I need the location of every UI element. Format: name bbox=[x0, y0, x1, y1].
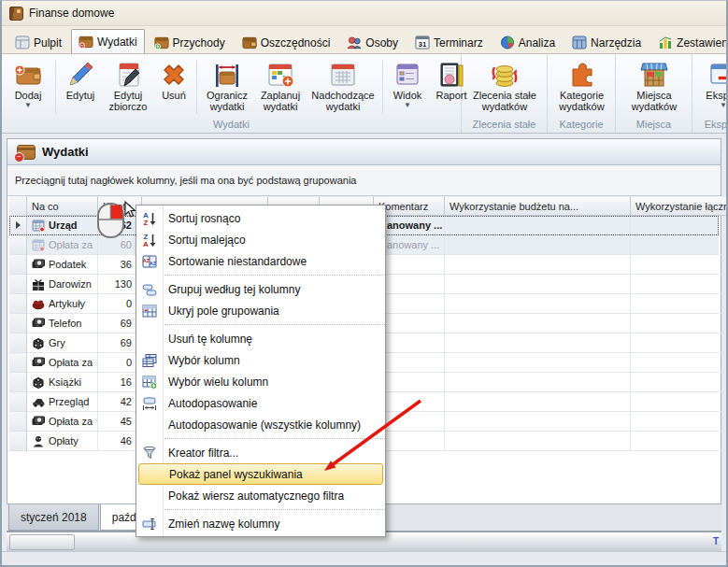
ribbon-group-label: Kategorie bbox=[548, 118, 615, 133]
notepad-pencil-icon bbox=[113, 60, 143, 90]
menu-item-wybór-wielu-kolumn[interactable]: Wybór wielu kolumn bbox=[136, 371, 385, 392]
menu-item-grupuj-według-tej-kolumny[interactable]: Grupuj według tej kolumny bbox=[136, 278, 385, 300]
cell-empty[interactable] bbox=[631, 392, 728, 412]
cell-name[interactable]: Urząd bbox=[27, 216, 98, 235]
cell-empty[interactable] bbox=[631, 314, 728, 333]
calendar31-icon: 31 bbox=[415, 35, 430, 50]
column-header-na-co[interactable]: Na co bbox=[27, 196, 98, 216]
menu-item-ukryj-pole-grupowania[interactable]: Ukryj pole grupowania bbox=[136, 300, 385, 321]
cell-name[interactable]: Telefon bbox=[27, 314, 98, 333]
group-by-panel[interactable]: Przeciągnij tutaj nagłówek kolumny, jeśl… bbox=[7, 165, 721, 196]
cell-empty[interactable] bbox=[631, 412, 728, 432]
cell-name[interactable]: Opłaty bbox=[27, 432, 98, 451]
column-header-wykorzystanie-budżetu-na-[interactable]: Wykorzystanie budżetu na... bbox=[445, 196, 631, 216]
right-click-mouse-icon bbox=[92, 199, 136, 244]
menu-item-label: Zmień nazwę kolumny bbox=[163, 517, 279, 531]
cell-empty[interactable] bbox=[631, 235, 728, 255]
tab-terminarz[interactable]: 31Terminarz bbox=[407, 31, 491, 53]
ribbon-button-kategorie-wydatków[interactable]: Kategorie wydatków bbox=[550, 56, 614, 118]
cell-empty[interactable] bbox=[631, 432, 728, 451]
cell-name[interactable]: Opłata za bbox=[27, 353, 98, 373]
ribbon-button-zaplanuj-wydatki[interactable]: Zaplanuj wydatki bbox=[254, 56, 307, 118]
ribbon-button-miejsca-wydatków[interactable]: Miejsca wydatków bbox=[618, 56, 691, 118]
cell-empty[interactable] bbox=[445, 412, 631, 432]
cell-empty[interactable] bbox=[445, 392, 631, 412]
wallet-limit-icon bbox=[212, 60, 242, 90]
cell-name[interactable]: Gry bbox=[27, 333, 98, 353]
row-indicator bbox=[9, 353, 27, 373]
tab-pulpit[interactable]: Pulpit bbox=[7, 31, 69, 53]
scrollbar-thumb[interactable] bbox=[9, 534, 75, 550]
cell-empty[interactable] bbox=[631, 255, 728, 275]
cell-empty[interactable] bbox=[445, 216, 631, 235]
ribbon-button-edytuj-zbiorczo[interactable]: Edytuj zbiorczo bbox=[102, 56, 154, 118]
ribbon-button-dodaj[interactable]: Dodaj▼ bbox=[4, 56, 52, 118]
cell-name[interactable]: Podatek bbox=[27, 255, 98, 275]
cell-empty[interactable] bbox=[445, 235, 631, 255]
tab-analiza[interactable]: Analiza bbox=[492, 31, 563, 53]
cell-name[interactable]: Przegląd bbox=[27, 392, 98, 412]
ribbon-button-usuń[interactable]: Usuń bbox=[154, 56, 193, 118]
menu-item-autodopasowanie-wszystkie-kolumny[interactable]: Autodopasowanie (wszystkie kolumny) bbox=[136, 414, 385, 435]
menu-item-sortowanie-niestandardowe[interactable]: AZAZSortowanie niestandardowe bbox=[136, 250, 385, 272]
cell-empty[interactable] bbox=[445, 255, 631, 275]
menu-item-usuń-tę-kolumnę[interactable]: Usuń tę kolumnę bbox=[136, 328, 385, 349]
menu-item-pokaż-wiersz-automatycznego-filtra[interactable]: Pokaż wiersz automatycznego filtra bbox=[136, 485, 385, 506]
tab-osoby[interactable]: Osoby bbox=[339, 31, 406, 53]
ribbon-button-eksport[interactable]: Eksport▼ bbox=[694, 56, 726, 118]
cell-empty[interactable] bbox=[445, 432, 631, 451]
cell-name[interactable]: Opłata za bbox=[27, 412, 98, 432]
group-by-hint-text: Przeciągnij tutaj nagłówek kolumny, jeśl… bbox=[15, 175, 356, 186]
tab-label: Oszczędności bbox=[261, 36, 331, 50]
ribbon-button-nadchodzące-wydatki[interactable]: Nadchodzące wydatki bbox=[307, 56, 379, 118]
cell-empty[interactable] bbox=[631, 275, 728, 294]
row-indicator bbox=[9, 333, 27, 353]
menu-item-pokaż-panel-wyszukiwania[interactable]: Pokaż panel wyszukiwania bbox=[138, 463, 383, 485]
ribbon-button-widok[interactable]: Widok▼ bbox=[386, 56, 429, 118]
cell-empty[interactable] bbox=[631, 294, 728, 314]
ribbon-button-edytuj[interactable]: Edytuj bbox=[59, 56, 102, 118]
menu-item-kreator-filtra[interactable]: Kreator filtra... bbox=[136, 442, 385, 463]
tab-narzędzia[interactable]: Narzędzia bbox=[564, 31, 649, 53]
cell-empty[interactable] bbox=[445, 373, 631, 392]
cell-empty[interactable] bbox=[631, 373, 728, 392]
cell-empty[interactable] bbox=[445, 314, 631, 333]
savings-icon bbox=[242, 35, 257, 50]
menu-item-wybór-kolumn[interactable]: Wybór kolumn bbox=[136, 349, 385, 371]
cell-empty[interactable] bbox=[445, 353, 631, 373]
column-header-wykorzystanie-łącznego-b-[interactable]: Wykorzystanie łącznego b... bbox=[631, 196, 728, 216]
expenses-wallet-icon bbox=[17, 145, 36, 160]
row-indicator bbox=[9, 412, 27, 432]
expense-name: Opłata za bbox=[49, 239, 93, 250]
tab-przychody[interactable]: Przychody bbox=[147, 31, 233, 53]
ribbon-separator bbox=[382, 60, 383, 114]
ribbon-button-label: Zlecenia stałe wydatków bbox=[473, 90, 536, 112]
menu-item-autodopasowanie[interactable]: Autodopasowanie bbox=[136, 392, 385, 414]
cell-empty[interactable] bbox=[445, 275, 631, 294]
month-tab-styczeń-2018[interactable]: styczeń 2018 bbox=[8, 504, 99, 531]
tab-wydatki[interactable]: Wydatki bbox=[71, 29, 145, 53]
cell-empty[interactable] bbox=[631, 333, 728, 353]
menu-item-zmień-nazwę-kolumny[interactable]: Zmień nazwę kolumny bbox=[136, 513, 385, 534]
cell-name[interactable]: Artykuły bbox=[27, 294, 98, 314]
cell-empty[interactable] bbox=[631, 353, 728, 373]
cell-empty[interactable] bbox=[445, 294, 631, 314]
window-title: Finanse domowe bbox=[29, 7, 114, 20]
cell-name[interactable]: Darowizn bbox=[27, 275, 98, 294]
menu-item-sortuj-rosnąco[interactable]: AZSortuj rosnąco bbox=[136, 207, 385, 229]
row-indicator bbox=[9, 314, 27, 333]
tab-label: Narzędzia bbox=[591, 36, 641, 50]
menu-item-sortuj-malejąco[interactable]: ZASortuj malejąco bbox=[136, 229, 385, 250]
cell-empty[interactable] bbox=[445, 333, 631, 353]
cell-name[interactable]: Książki bbox=[27, 373, 98, 392]
ribbon-button-ogranicz-wydatki[interactable]: Ogranicz wydatki bbox=[200, 56, 254, 118]
ribbon-button-zlecenia-stałe-wydatków[interactable]: Zlecenia stałe wydatków bbox=[464, 56, 546, 118]
cell-empty[interactable] bbox=[631, 216, 728, 235]
menu-item-label: Usuń tę kolumnę bbox=[163, 333, 252, 346]
car-icon bbox=[32, 396, 45, 408]
cell-name[interactable]: Opłata za bbox=[27, 235, 98, 255]
tab-oszczędności[interactable]: Oszczędności bbox=[235, 31, 338, 53]
ribbon-button-label: Widok bbox=[393, 90, 422, 101]
ribbon-group-label: Zlecenia stałe bbox=[462, 118, 547, 133]
tab-zestawieni[interactable]: Zestawieni bbox=[650, 31, 728, 53]
